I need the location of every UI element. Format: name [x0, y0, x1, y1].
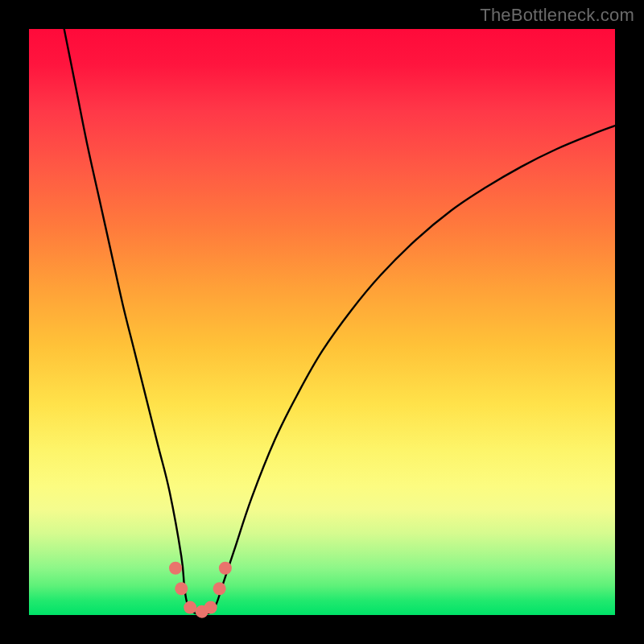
- watermark-label: TheBottleneck.com: [480, 5, 634, 26]
- curve-marker: [175, 582, 188, 595]
- bottleneck-curve: [64, 29, 615, 614]
- chart-svg: [29, 29, 615, 615]
- curve-marker: [204, 601, 217, 614]
- chart-plot-area: [29, 29, 615, 615]
- curve-markers: [169, 562, 232, 618]
- curve-marker: [213, 582, 226, 595]
- chart-outer-frame: TheBottleneck.com: [0, 0, 644, 644]
- curve-marker: [169, 562, 182, 575]
- curve-marker: [219, 562, 232, 575]
- curve-marker: [184, 601, 196, 614]
